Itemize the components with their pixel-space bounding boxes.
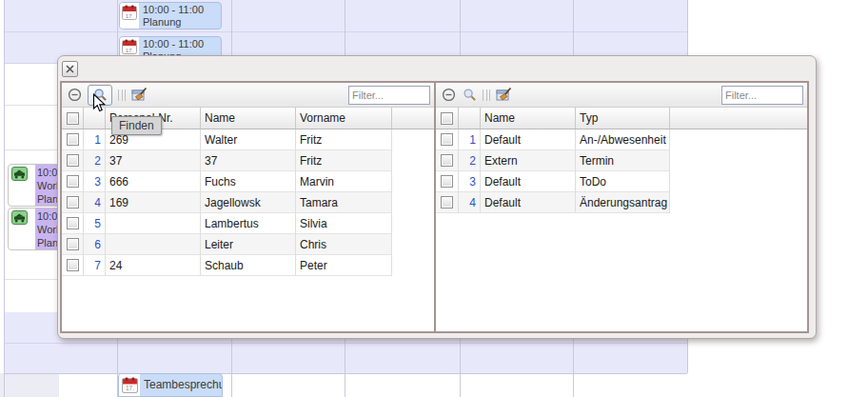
collapse-minus-icon[interactable] (442, 88, 456, 102)
row-number-cell[interactable]: 3 (459, 171, 481, 192)
row-number-cell[interactable]: 7 (84, 255, 106, 276)
table-cell[interactable]: Lambertus (201, 213, 296, 234)
row-number-cell[interactable]: 4 (459, 192, 481, 213)
row-number-cell[interactable]: 6 (84, 234, 106, 255)
row-checkbox-cell[interactable] (62, 171, 84, 192)
row-checkbox[interactable] (441, 175, 453, 188)
table-cell[interactable]: An-/Abwesenheit (576, 129, 670, 150)
row-checkbox[interactable] (441, 133, 453, 146)
table-cell[interactable]: Peter (296, 255, 392, 276)
table-row[interactable]: 4169JagellowskTamara (62, 192, 434, 213)
calendar-event-planung-1[interactable]: 17. 10:00 - 11:00 Planung (119, 2, 222, 30)
calendar-day-line (4, 0, 5, 397)
row-checkbox-cell[interactable] (436, 150, 459, 171)
table-row[interactable]: 4DefaultÄnderungsantrag (436, 192, 807, 213)
row-number-cell[interactable]: 4 (84, 192, 106, 213)
table-cell[interactable]: Tamara (296, 192, 392, 213)
type-filter-input[interactable] (721, 86, 803, 105)
table-cell[interactable]: Extern (481, 150, 576, 171)
table-cell[interactable]: Leiter (201, 234, 296, 255)
column-header-name[interactable]: Name (201, 108, 296, 129)
table-cell[interactable]: 24 (106, 255, 201, 276)
row-checkbox-cell[interactable] (436, 129, 459, 150)
column-header-typ[interactable]: Typ (576, 108, 670, 129)
row-checkbox[interactable] (67, 259, 79, 271)
column-header-filler (392, 108, 434, 129)
table-cell[interactable]: Walter (201, 129, 296, 150)
table-cell[interactable]: 37 (106, 150, 201, 171)
table-row[interactable]: 23737Fritz (62, 150, 434, 171)
table-cell[interactable]: 37 (201, 150, 296, 171)
table-cell[interactable]: Silvia (296, 213, 392, 234)
row-checkbox[interactable] (441, 154, 453, 167)
table-cell[interactable]: Marvin (296, 171, 392, 192)
table-cell[interactable]: Termin (576, 150, 670, 171)
table-cell[interactable]: Änderungsantrag (576, 192, 670, 213)
row-checkbox-cell[interactable] (436, 192, 459, 213)
row-checkbox-cell[interactable] (436, 171, 459, 192)
row-checkbox[interactable] (67, 175, 79, 188)
table-cell[interactable]: Default (481, 192, 576, 213)
row-checkbox[interactable] (67, 238, 79, 250)
row-checkbox-cell[interactable] (62, 234, 84, 255)
select-all-checkbox[interactable] (441, 112, 453, 125)
column-header-vorname[interactable]: Vorname (296, 108, 392, 129)
table-header-row: NameTyp (436, 108, 807, 129)
table-cell[interactable]: 169 (106, 192, 201, 213)
table-row[interactable]: 3DefaultToDo (436, 171, 807, 192)
row-number-cell[interactable]: 2 (84, 150, 106, 171)
table-cell[interactable]: Fritz (296, 150, 392, 171)
table-cell[interactable]: Jagellowsk (201, 192, 296, 213)
table-cell[interactable]: Fritz (296, 129, 392, 150)
row-checkbox-cell[interactable] (62, 255, 84, 276)
row-checkbox[interactable] (67, 217, 79, 229)
collapse-minus-icon[interactable] (68, 88, 82, 102)
close-icon (66, 65, 74, 73)
calendar-event-teambesprechung[interactable]: 17. Teambesprechun (118, 373, 223, 397)
table-cell[interactable]: Chris (296, 234, 392, 255)
table-row[interactable]: 1DefaultAn-/Abwesenheit (436, 129, 807, 150)
workshop-icon (9, 165, 35, 206)
row-checkbox[interactable] (67, 154, 79, 167)
column-header-name[interactable]: Name (481, 108, 576, 129)
table-row[interactable]: 6LeiterChris (62, 234, 434, 255)
row-checkbox[interactable] (441, 196, 453, 208)
type-toolbar (436, 83, 807, 108)
dialog-body: Personal-Nr.NameVorname1269WalterFritz23… (60, 81, 809, 333)
table-row[interactable]: 724SchaubPeter (62, 255, 434, 276)
search-icon[interactable] (462, 88, 477, 102)
row-checkbox[interactable] (67, 133, 79, 146)
row-checkbox-cell[interactable] (62, 150, 84, 171)
type-panel: NameTyp1DefaultAn-/Abwesenheit2ExternTer… (436, 83, 807, 331)
row-checkbox[interactable] (67, 196, 79, 208)
select-all-checkbox-cell[interactable] (62, 108, 84, 129)
row-number-cell[interactable]: 3 (84, 171, 106, 192)
select-all-checkbox[interactable] (67, 112, 79, 125)
column-header-row-number[interactable] (459, 108, 481, 129)
calendar-icon: 17. (119, 374, 140, 396)
row-number-cell[interactable]: 2 (459, 150, 481, 171)
table-cell[interactable]: Default (481, 171, 576, 192)
table-cell[interactable]: ToDo (576, 171, 670, 192)
table-row[interactable]: 5LambertusSilvia (62, 213, 434, 234)
table-row[interactable]: 2ExternTermin (436, 150, 807, 171)
calendar-corner-cell (0, 373, 59, 397)
table-cell[interactable]: Schaub (201, 255, 296, 276)
row-checkbox-cell[interactable] (62, 192, 84, 213)
clear-filter-broom-icon[interactable] (496, 87, 513, 103)
table-row[interactable]: 3666FuchsMarvin (62, 171, 434, 192)
row-checkbox-cell[interactable] (62, 213, 84, 234)
table-cell[interactable] (106, 234, 201, 255)
table-cell[interactable]: 666 (106, 171, 201, 192)
table-cell[interactable] (106, 213, 201, 234)
close-button[interactable] (62, 61, 78, 77)
row-number-cell[interactable]: 5 (84, 213, 106, 234)
select-all-checkbox-cell[interactable] (436, 108, 459, 129)
clear-filter-broom-icon[interactable] (131, 87, 148, 103)
row-number-cell[interactable]: 1 (459, 129, 481, 150)
row-number-cell[interactable]: 1 (84, 129, 106, 150)
table-cell[interactable]: Fuchs (201, 171, 296, 192)
employee-filter-input[interactable] (348, 86, 430, 105)
row-checkbox-cell[interactable] (62, 129, 84, 150)
table-cell[interactable]: Default (481, 129, 576, 150)
